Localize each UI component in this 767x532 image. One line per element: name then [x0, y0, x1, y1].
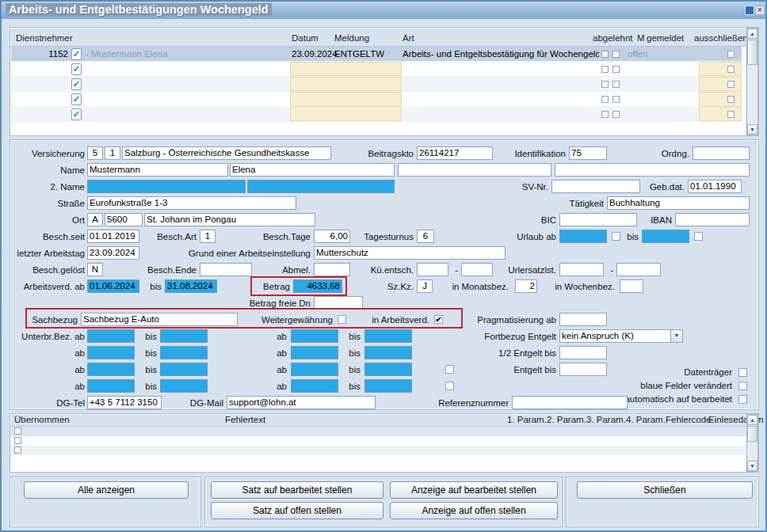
result-row[interactable] — [10, 427, 746, 436]
result-row[interactable] — [10, 446, 746, 455]
letzter-arbeitstag-field[interactable]: 23.09.2024 — [87, 246, 139, 260]
in-arbeitsverd-checkbox[interactable]: ✔ — [434, 315, 443, 324]
title-bar[interactable]: Arbeits- und Entgeltbestätigungen Wochen… — [2, 2, 765, 19]
besch-seit-field[interactable]: 01.01.2019 — [87, 230, 139, 243]
anzeige-offen-button[interactable]: Anzeige auf offen stellen — [390, 502, 558, 519]
besch-art-field[interactable]: 1 — [200, 230, 216, 243]
name-extra1-field[interactable] — [398, 163, 551, 177]
scroll-down-icon[interactable]: ▼ — [747, 461, 757, 471]
name2-b-field[interactable] — [247, 180, 395, 193]
entgelt-bis-field[interactable] — [559, 363, 607, 376]
unterbr-ab-field[interactable] — [291, 329, 338, 343]
m-checkbox[interactable] — [612, 96, 620, 103]
unterbr-ab-field[interactable] — [87, 346, 135, 359]
table-row[interactable]: ✓ — [11, 62, 742, 77]
in-wochenbez-field[interactable] — [620, 279, 643, 293]
plz-field[interactable]: 5600 — [105, 213, 143, 226]
nachname-field[interactable]: Mustermann — [87, 163, 228, 177]
sachbezug-field[interactable]: Sachbezug E-Auto — [81, 313, 238, 326]
uebernommen-checkbox[interactable] — [14, 446, 21, 454]
unterbr-ab-field[interactable] — [87, 363, 135, 376]
unterbr-ab-field[interactable] — [87, 329, 135, 343]
result-grid-scrollbar[interactable]: ▲ ▼ — [746, 414, 758, 472]
arbeitsverd-bis-field[interactable]: 31.08.2024 — [165, 279, 217, 293]
besch-geloest-field[interactable]: N — [87, 263, 103, 276]
minimize-icon[interactable] — [745, 6, 754, 15]
unterbr-row-checkbox[interactable] — [445, 382, 454, 390]
fortbezug-entgelt-select[interactable]: kein Anspruch (K) ▼ — [559, 329, 683, 343]
betrag-freie-dn-field[interactable] — [314, 296, 363, 310]
urlersatzlst-bis-field[interactable] — [616, 263, 661, 276]
scroll-down-icon[interactable]: ▼ — [747, 124, 757, 135]
table-row[interactable]: ✓ — [11, 107, 742, 122]
close-icon[interactable]: × — [755, 6, 765, 15]
scroll-up-icon[interactable]: ▲ — [747, 28, 757, 39]
ort-field[interactable]: St. Johann im Pongau — [144, 213, 315, 226]
bic-field[interactable] — [559, 213, 637, 226]
scroll-thumb[interactable] — [747, 40, 757, 65]
m-checkbox[interactable] — [612, 81, 620, 88]
satz-offen-button[interactable]: Satz auf offen stellen — [211, 502, 384, 519]
halb-entgelt-bis-field[interactable] — [559, 346, 607, 359]
land-field[interactable]: A — [87, 213, 103, 226]
unterbr-ab-field[interactable] — [291, 379, 338, 393]
taetigkeit-field[interactable]: Buchhaltung — [607, 196, 750, 210]
unterbr-row-checkbox[interactable] — [445, 365, 454, 374]
m-checkbox[interactable] — [612, 66, 620, 73]
unterbr-bis-field[interactable] — [364, 346, 412, 359]
kasse-field[interactable]: Salzburg - Österreichische Gesundheitska… — [122, 146, 331, 160]
uebernommen-checkbox[interactable] — [14, 437, 21, 444]
ausschliessen-checkbox[interactable] — [727, 81, 735, 88]
unterbr-bis-field[interactable] — [160, 363, 208, 376]
ausschliessen-checkbox[interactable] — [727, 96, 735, 103]
unterbr-bis-field[interactable] — [364, 363, 412, 376]
uebernommen-checkbox[interactable] — [14, 428, 21, 435]
scroll-thumb[interactable] — [747, 426, 757, 442]
urlaub-bis-field[interactable] — [642, 230, 689, 243]
weitergewaehrung-checkbox[interactable] — [338, 315, 346, 324]
unterbr-ab-field[interactable] — [291, 346, 338, 359]
blaue-felder-checkbox[interactable] — [738, 382, 747, 390]
versicherung-code1-field[interactable]: 5 — [87, 146, 103, 160]
urlaub-ab-checkbox[interactable] — [612, 232, 620, 241]
m-checkbox[interactable] — [612, 111, 620, 118]
unterbr-bis-field[interactable] — [160, 379, 208, 393]
satz-bearbeitet-button[interactable]: Satz auf bearbeitet stellen — [211, 481, 384, 499]
kue-entsch-bis-field[interactable] — [461, 263, 493, 276]
vorname-field[interactable]: Elena — [230, 163, 395, 177]
unterbr-ab-field[interactable] — [87, 379, 135, 393]
identifikation-field[interactable]: 75 — [569, 146, 607, 160]
iban-field[interactable] — [675, 213, 750, 226]
ausschliessen-checkbox[interactable] — [727, 111, 735, 118]
ordng-field[interactable] — [693, 146, 750, 160]
dg-tel-field[interactable]: +43 5 7112 3150 — [87, 396, 162, 409]
urlersatzlst-von-field[interactable] — [559, 263, 604, 276]
abgelehnt-checkbox[interactable] — [601, 81, 609, 88]
pragmatisierung-ab-field[interactable] — [559, 313, 607, 326]
table-row[interactable]: ✓ — [11, 92, 742, 107]
dropdown-arrow-icon[interactable]: ▼ — [670, 330, 682, 342]
abgelehnt-checkbox[interactable] — [601, 66, 609, 73]
beitragskto-field[interactable]: 26114217 — [417, 146, 493, 160]
name-extra2-field[interactable] — [555, 163, 750, 177]
geb-dat-field[interactable]: 01.01.1990 — [688, 180, 742, 193]
table-row[interactable]: 1152 ✓ - Mustermann Elena 23.09.2024 ENT… — [11, 47, 742, 62]
unterbr-bis-field[interactable] — [160, 329, 208, 343]
urlaub-bis-checkbox[interactable] — [694, 232, 703, 241]
betrag-field[interactable]: 4633,68 — [293, 279, 342, 293]
ausschliessen-checkbox[interactable] — [727, 66, 735, 73]
strasse-field[interactable]: Eurofunkstraße 1-3 — [87, 196, 296, 210]
unterbr-bis-field[interactable] — [364, 329, 412, 343]
unterbr-bis-field[interactable] — [160, 346, 208, 359]
arbeitsverd-ab-field[interactable]: 01.06.2024 — [87, 279, 139, 293]
ausschliessen-checkbox[interactable] — [727, 51, 735, 58]
unterbr-ab-field[interactable] — [291, 363, 338, 376]
grid-scrollbar[interactable]: ▲ ▼ — [746, 28, 758, 135]
besch-tage-field[interactable]: 6,00 — [314, 230, 350, 243]
kue-entsch-von-field[interactable] — [417, 263, 448, 276]
scroll-up-icon[interactable]: ▲ — [747, 415, 757, 425]
tagesturnus-field[interactable]: 6 — [417, 230, 434, 243]
referenznummer-field[interactable] — [512, 396, 628, 409]
unterbr-bis-field[interactable] — [364, 379, 412, 393]
datentraeger-checkbox[interactable] — [738, 368, 747, 377]
